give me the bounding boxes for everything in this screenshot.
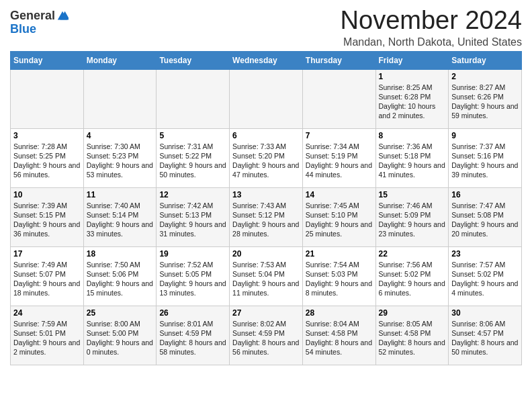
day-info: Sunrise: 7:57 AMSunset: 5:02 PMDaylight:… xyxy=(451,260,519,298)
calendar-cell xyxy=(157,69,230,128)
calendar-cell: 6Sunrise: 7:33 AMSunset: 5:20 PMDaylight… xyxy=(230,128,303,187)
day-number: 26 xyxy=(159,308,226,318)
calendar-cell: 18Sunrise: 7:50 AMSunset: 5:06 PMDayligh… xyxy=(83,246,157,306)
calendar-cell: 5Sunrise: 7:31 AMSunset: 5:22 PMDaylight… xyxy=(157,128,230,187)
day-number: 12 xyxy=(159,190,226,199)
day-number: 5 xyxy=(159,131,226,140)
calendar-cell: 29Sunrise: 8:05 AMSunset: 4:58 PMDayligh… xyxy=(375,306,449,365)
calendar-cell: 27Sunrise: 8:02 AMSunset: 4:59 PMDayligh… xyxy=(230,306,303,365)
day-number: 14 xyxy=(306,190,373,199)
logo: General Blue xyxy=(10,9,69,36)
day-info: Sunrise: 7:30 AMSunset: 5:23 PMDaylight:… xyxy=(87,142,154,180)
calendar-cell xyxy=(11,69,84,128)
calendar-cell xyxy=(83,69,157,128)
calendar-cell: 4Sunrise: 7:30 AMSunset: 5:23 PMDaylight… xyxy=(83,128,157,187)
day-number: 11 xyxy=(87,190,154,199)
day-number: 25 xyxy=(87,308,154,318)
calendar-cell: 25Sunrise: 8:00 AMSunset: 5:00 PMDayligh… xyxy=(83,306,157,365)
week-row-2: 3Sunrise: 7:28 AMSunset: 5:25 PMDaylight… xyxy=(11,128,522,187)
day-info: Sunrise: 7:47 AMSunset: 5:08 PMDaylight:… xyxy=(451,201,519,239)
calendar-cell: 7Sunrise: 7:34 AMSunset: 5:19 PMDaylight… xyxy=(302,128,375,187)
day-info: Sunrise: 8:05 AMSunset: 4:58 PMDaylight:… xyxy=(379,319,446,357)
day-number: 8 xyxy=(379,131,446,140)
calendar-cell: 11Sunrise: 7:40 AMSunset: 5:14 PMDayligh… xyxy=(83,187,157,246)
calendar-cell: 15Sunrise: 7:46 AMSunset: 5:09 PMDayligh… xyxy=(375,187,449,246)
day-info: Sunrise: 7:49 AMSunset: 5:07 PMDaylight:… xyxy=(13,260,81,298)
day-info: Sunrise: 7:50 AMSunset: 5:06 PMDaylight:… xyxy=(87,260,154,298)
logo-icon xyxy=(56,10,69,22)
header: General Blue November 2024 Mandan, North… xyxy=(10,7,522,48)
calendar-cell: 13Sunrise: 7:43 AMSunset: 5:12 PMDayligh… xyxy=(230,187,303,246)
calendar-cell: 16Sunrise: 7:47 AMSunset: 5:08 PMDayligh… xyxy=(449,187,522,246)
day-number: 6 xyxy=(232,131,300,140)
calendar-cell: 12Sunrise: 7:42 AMSunset: 5:13 PMDayligh… xyxy=(157,187,230,246)
day-number: 7 xyxy=(306,131,373,140)
calendar-cell: 3Sunrise: 7:28 AMSunset: 5:25 PMDaylight… xyxy=(11,128,84,187)
col-header-monday: Monday xyxy=(83,51,157,69)
day-info: Sunrise: 7:34 AMSunset: 5:19 PMDaylight:… xyxy=(306,142,373,180)
day-info: Sunrise: 8:27 AMSunset: 6:26 PMDaylight:… xyxy=(451,83,519,121)
day-info: Sunrise: 7:45 AMSunset: 5:10 PMDaylight:… xyxy=(306,201,373,239)
day-number: 19 xyxy=(159,249,226,259)
day-number: 18 xyxy=(87,249,154,259)
calendar-cell: 20Sunrise: 7:53 AMSunset: 5:04 PMDayligh… xyxy=(230,246,303,306)
day-info: Sunrise: 7:54 AMSunset: 5:03 PMDaylight:… xyxy=(306,260,373,298)
calendar-cell: 8Sunrise: 7:36 AMSunset: 5:18 PMDaylight… xyxy=(375,128,449,187)
calendar-cell: 19Sunrise: 7:52 AMSunset: 5:05 PMDayligh… xyxy=(157,246,230,306)
col-header-thursday: Thursday xyxy=(302,51,375,69)
day-number: 23 xyxy=(451,249,519,259)
day-number: 27 xyxy=(232,308,300,318)
col-header-tuesday: Tuesday xyxy=(157,51,230,69)
day-info: Sunrise: 7:40 AMSunset: 5:14 PMDaylight:… xyxy=(87,201,154,239)
calendar-cell: 24Sunrise: 7:59 AMSunset: 5:01 PMDayligh… xyxy=(11,306,84,365)
day-number: 16 xyxy=(451,190,519,199)
calendar-cell: 26Sunrise: 8:01 AMSunset: 4:59 PMDayligh… xyxy=(157,306,230,365)
day-number: 22 xyxy=(379,249,446,259)
title-area: November 2024 Mandan, North Dakota, Unit… xyxy=(341,7,522,48)
day-number: 13 xyxy=(232,190,300,199)
day-number: 28 xyxy=(306,308,373,318)
day-info: Sunrise: 7:53 AMSunset: 5:04 PMDaylight:… xyxy=(232,260,300,298)
col-header-sunday: Sunday xyxy=(11,51,84,69)
calendar-cell: 21Sunrise: 7:54 AMSunset: 5:03 PMDayligh… xyxy=(302,246,375,306)
calendar-cell: 14Sunrise: 7:45 AMSunset: 5:10 PMDayligh… xyxy=(302,187,375,246)
week-row-5: 24Sunrise: 7:59 AMSunset: 5:01 PMDayligh… xyxy=(11,306,522,365)
calendar-cell: 10Sunrise: 7:39 AMSunset: 5:15 PMDayligh… xyxy=(11,187,84,246)
col-header-saturday: Saturday xyxy=(449,51,522,69)
day-number: 10 xyxy=(13,190,81,199)
day-info: Sunrise: 7:36 AMSunset: 5:18 PMDaylight:… xyxy=(379,142,446,180)
week-row-3: 10Sunrise: 7:39 AMSunset: 5:15 PMDayligh… xyxy=(11,187,522,246)
week-row-1: 1Sunrise: 8:25 AMSunset: 6:28 PMDaylight… xyxy=(11,69,522,128)
day-number: 2 xyxy=(451,72,519,81)
month-title: November 2024 xyxy=(341,7,522,35)
day-info: Sunrise: 7:52 AMSunset: 5:05 PMDaylight:… xyxy=(159,260,226,298)
day-info: Sunrise: 8:02 AMSunset: 4:59 PMDaylight:… xyxy=(232,319,300,357)
day-number: 29 xyxy=(379,308,446,318)
day-info: Sunrise: 7:39 AMSunset: 5:15 PMDaylight:… xyxy=(13,201,81,239)
day-number: 24 xyxy=(13,308,81,318)
week-row-4: 17Sunrise: 7:49 AMSunset: 5:07 PMDayligh… xyxy=(11,246,522,306)
day-info: Sunrise: 7:28 AMSunset: 5:25 PMDaylight:… xyxy=(13,142,81,180)
day-number: 17 xyxy=(13,249,81,259)
day-number: 1 xyxy=(379,72,446,81)
day-number: 3 xyxy=(13,131,81,140)
day-info: Sunrise: 7:42 AMSunset: 5:13 PMDaylight:… xyxy=(159,201,226,239)
day-number: 30 xyxy=(451,308,519,318)
day-info: Sunrise: 7:43 AMSunset: 5:12 PMDaylight:… xyxy=(232,201,300,239)
day-number: 20 xyxy=(232,249,300,259)
day-number: 9 xyxy=(451,131,519,140)
col-header-friday: Friday xyxy=(375,51,449,69)
day-info: Sunrise: 8:01 AMSunset: 4:59 PMDaylight:… xyxy=(159,319,226,357)
calendar-cell: 30Sunrise: 8:06 AMSunset: 4:57 PMDayligh… xyxy=(449,306,522,365)
day-info: Sunrise: 8:25 AMSunset: 6:28 PMDaylight:… xyxy=(379,83,446,121)
calendar-cell: 23Sunrise: 7:57 AMSunset: 5:02 PMDayligh… xyxy=(449,246,522,306)
day-info: Sunrise: 8:00 AMSunset: 5:00 PMDaylight:… xyxy=(87,319,154,357)
calendar-cell: 28Sunrise: 8:04 AMSunset: 4:58 PMDayligh… xyxy=(302,306,375,365)
calendar-cell: 2Sunrise: 8:27 AMSunset: 6:26 PMDaylight… xyxy=(449,69,522,128)
calendar-header-row: SundayMondayTuesdayWednesdayThursdayFrid… xyxy=(11,51,522,69)
calendar-cell: 9Sunrise: 7:37 AMSunset: 5:16 PMDaylight… xyxy=(449,128,522,187)
day-number: 4 xyxy=(87,131,154,140)
day-info: Sunrise: 8:06 AMSunset: 4:57 PMDaylight:… xyxy=(451,319,519,357)
day-info: Sunrise: 7:37 AMSunset: 5:16 PMDaylight:… xyxy=(451,142,519,180)
calendar-cell: 22Sunrise: 7:56 AMSunset: 5:02 PMDayligh… xyxy=(375,246,449,306)
